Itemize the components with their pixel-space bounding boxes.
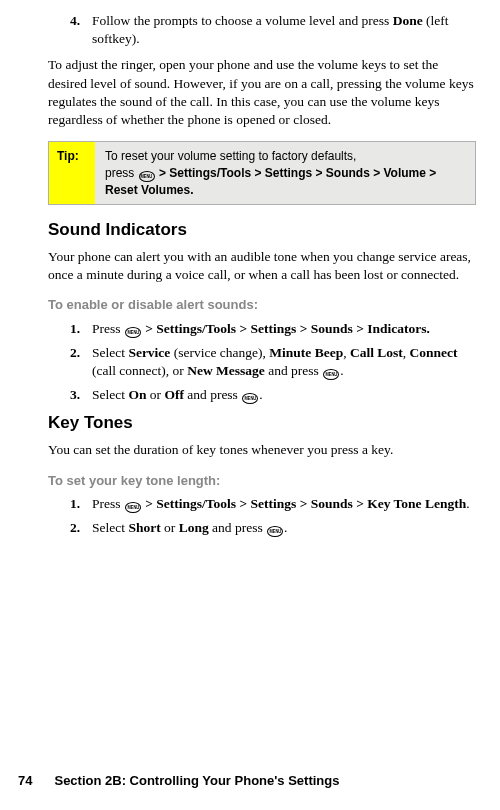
si-step-1: 1. Press > Settings/Tools > Settings > S… (70, 320, 476, 338)
menu-ok-icon (242, 393, 258, 404)
tip-content: To reset your volume setting to factory … (95, 142, 475, 203)
key-tones-steps: 1. Press > Settings/Tools > Settings > S… (48, 495, 476, 537)
tip-label: Tip: (49, 142, 95, 203)
si-step-3: 3. Select On or Off and press . (70, 386, 476, 404)
menu-ok-icon (139, 171, 155, 182)
sound-indicators-steps: 1. Press > Settings/Tools > Settings > S… (48, 320, 476, 405)
step-number: 2. (70, 344, 92, 380)
section-title: Section 2B: Controlling Your Phone's Set… (54, 773, 339, 788)
step-number: 2. (70, 519, 92, 537)
heading-sound-indicators: Sound Indicators (48, 219, 476, 242)
step-text: Select Short or Long and press . (92, 519, 476, 537)
volume-step-list: 4. Follow the prompts to choose a volume… (48, 12, 476, 48)
key-tones-intro: You can set the duration of key tones wh… (48, 441, 476, 459)
page-number: 74 (18, 773, 32, 788)
step-number: 1. (70, 495, 92, 513)
step-number: 4. (70, 12, 92, 48)
kt-step-2: 2. Select Short or Long and press . (70, 519, 476, 537)
step-text: Select On or Off and press . (92, 386, 476, 404)
step-text: Follow the prompts to choose a volume le… (92, 12, 476, 48)
si-step-2: 2. Select Service (service change), Minu… (70, 344, 476, 380)
step-text: Press > Settings/Tools > Settings > Soun… (92, 495, 476, 513)
menu-ok-icon (125, 327, 141, 338)
step-number: 1. (70, 320, 92, 338)
sound-indicators-intro: Your phone can alert you with an audible… (48, 248, 476, 284)
menu-ok-icon (323, 369, 339, 380)
step-4: 4. Follow the prompts to choose a volume… (70, 12, 476, 48)
page-body: 4. Follow the prompts to choose a volume… (0, 0, 500, 538)
menu-ok-icon (125, 502, 141, 513)
step-text: Select Service (service change), Minute … (92, 344, 476, 380)
ringer-paragraph: To adjust the ringer, open your phone an… (48, 56, 476, 129)
lead-key-tone-length: To set your key tone length: (48, 472, 476, 490)
step-text: Press > Settings/Tools > Settings > Soun… (92, 320, 476, 338)
page-footer: 74 Section 2B: Controlling Your Phone's … (18, 773, 340, 788)
lead-enable-alerts: To enable or disable alert sounds: (48, 296, 476, 314)
tip-box: Tip: To reset your volume setting to fac… (48, 141, 476, 204)
step-number: 3. (70, 386, 92, 404)
menu-ok-icon (267, 526, 283, 537)
kt-step-1: 1. Press > Settings/Tools > Settings > S… (70, 495, 476, 513)
heading-key-tones: Key Tones (48, 412, 476, 435)
